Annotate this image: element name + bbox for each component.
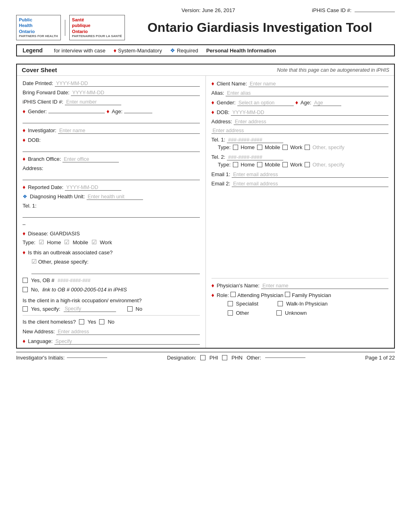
disease-value: GIARDIASIS xyxy=(50,231,80,237)
r-home1-label: Home xyxy=(241,144,255,150)
branch-office-input[interactable]: Enter office xyxy=(62,156,119,162)
no-link-checkbox[interactable] xyxy=(23,287,28,292)
yes-specify-checkbox[interactable] xyxy=(23,306,28,312)
r-dob-diamond: ♦ xyxy=(212,109,214,115)
reported-date-input[interactable]: YYYY-MM-DD xyxy=(65,185,121,191)
reported-diamond: ♦ xyxy=(23,184,25,190)
r-work2-checkbox[interactable] xyxy=(282,162,288,167)
alias-label: Alias: xyxy=(212,90,224,96)
r-dob-input[interactable]: YYYY-MM-DD xyxy=(231,110,388,116)
branch-diamond: ♦ xyxy=(23,156,25,162)
r-other1-label: Other, specify xyxy=(312,144,344,150)
tel1-row: Tel. 1: xyxy=(23,201,200,210)
r-mobile2-checkbox[interactable] xyxy=(257,162,262,167)
outbreak-diamond: ♦ xyxy=(23,249,25,256)
r-tel1-input[interactable]: ###-####-#### xyxy=(227,137,283,143)
designation-label: Designation: xyxy=(167,355,196,361)
r-tel1-row: Tel. 1: ###-####-#### xyxy=(212,135,389,144)
bring-forward-input[interactable]: YYYY-MM-DD xyxy=(71,90,199,96)
specify-input[interactable]: Specify xyxy=(64,306,116,312)
r-email1-row: Email 1: Enter email address xyxy=(212,169,389,179)
r-physician-input[interactable]: Enter name xyxy=(261,283,388,289)
reported-date-label: Reported Date: xyxy=(28,184,63,190)
investigator-input[interactable]: Enter name xyxy=(58,128,200,134)
r-tel2-input[interactable]: ###-####-#### xyxy=(227,154,283,160)
r-specialist-checkbox[interactable] xyxy=(228,301,233,306)
date-printed-input[interactable]: YYYY-MM-DD xyxy=(55,81,200,87)
r-family-checkbox[interactable] xyxy=(285,292,290,297)
dob-label: DOB: xyxy=(28,137,41,143)
r-gender-input[interactable]: Select an option xyxy=(237,100,294,106)
phn-checkbox[interactable] xyxy=(222,355,227,360)
r-divider xyxy=(212,278,389,278)
yes-specify-label: Yes, specify: xyxy=(31,306,60,312)
r-type1-label: Type: xyxy=(218,144,231,150)
tel1-label: Tel. 1: xyxy=(23,203,37,209)
r-specialist-row: Specialist Walk-In Physician xyxy=(212,299,389,308)
r-other-unknown-row: Other Unknown xyxy=(212,308,389,318)
r-email2-input[interactable]: Enter email address xyxy=(232,181,388,187)
gender-diamond: ♦ xyxy=(23,108,25,114)
r-address-input[interactable]: Enter address xyxy=(234,119,388,125)
no-short-checkbox[interactable] xyxy=(127,306,133,312)
legend-phi: Personal Health Information xyxy=(206,48,276,54)
yes-ob-checkbox[interactable] xyxy=(23,278,28,283)
r-walkin-checkbox[interactable] xyxy=(278,301,283,306)
r-email1-input[interactable]: Enter email address xyxy=(232,172,388,178)
type-home-label: Home xyxy=(47,239,61,245)
footer-right: Page 1 of 22 xyxy=(365,355,395,361)
r-other2-checkbox[interactable] xyxy=(305,162,310,167)
r-email1-label: Email 1: xyxy=(212,171,230,177)
type-mobile-label: Mobile xyxy=(73,239,88,245)
r-home2-checkbox[interactable] xyxy=(233,162,238,167)
r-work1-checkbox[interactable] xyxy=(282,145,288,150)
gender-label: Gender: xyxy=(28,108,47,114)
homeless-yes-checkbox[interactable] xyxy=(79,319,84,324)
logo-area: Public Health Ontario PARTNERS FOR HEALT… xyxy=(16,15,125,40)
col-left: Date Printed: YYYY-MM-DD Bring Forward D… xyxy=(17,76,206,348)
disease-row: ♦ Disease: GIARDIASIS xyxy=(23,228,200,237)
other-footer-input[interactable] xyxy=(265,357,305,358)
initials-input[interactable] xyxy=(67,357,107,358)
cover-sheet-section: Cover Sheet Note that this page can be a… xyxy=(16,64,395,349)
r-unknown-checkbox[interactable] xyxy=(276,310,282,316)
r-age-input[interactable]: Age xyxy=(313,100,341,106)
iphis-client-input[interactable]: Enter number xyxy=(65,99,121,105)
r-family-label: Family Physician xyxy=(292,292,331,298)
outbreak-label: Is this an outbreak associated case? xyxy=(28,249,112,256)
legend-required: ❖ Required xyxy=(170,47,198,54)
phi-checkbox[interactable] xyxy=(200,355,206,360)
r-tel2-row: Tel. 2: ###-####-#### xyxy=(212,152,389,161)
r-mobile1-checkbox[interactable] xyxy=(257,145,262,150)
client-name-input[interactable]: Enter name xyxy=(249,81,388,87)
r-other1-checkbox[interactable] xyxy=(305,145,310,150)
r-gender-label: Gender: xyxy=(217,100,236,106)
r-gender-age-row: ♦ Gender: Select an option ♦ Age: Age xyxy=(212,97,389,107)
type-home-icon: ☑ xyxy=(39,239,44,246)
r-dob-row: ♦ DOB: YYYY-MM-DD xyxy=(212,107,389,116)
phn-label: PHN xyxy=(231,355,242,361)
r-tel1-label: Tel. 1: xyxy=(212,137,226,143)
r-other-cb[interactable] xyxy=(228,310,233,316)
r-type2-row: Type: Home Mobile Work Other, specify xyxy=(212,161,389,169)
r-attending-checkbox[interactable] xyxy=(230,292,236,297)
language-input[interactable]: Specify xyxy=(54,339,200,345)
new-address-input[interactable]: Enter address xyxy=(56,329,199,335)
r-address2-input[interactable]: Enter address xyxy=(212,128,389,134)
type-work-icon: ☑ xyxy=(91,239,97,246)
homeless-no-checkbox[interactable] xyxy=(99,319,104,324)
r-dob-label: DOB: xyxy=(217,109,230,115)
investigator-diamond: ♦ xyxy=(23,127,25,133)
new-address-label: New Address: xyxy=(23,328,55,335)
gender-input[interactable] xyxy=(48,113,105,113)
age-input[interactable] xyxy=(124,113,152,113)
alias-input[interactable]: Enter alias xyxy=(226,90,388,96)
r-home1-checkbox[interactable] xyxy=(233,145,238,150)
r-attending-label: Attending Physician xyxy=(237,292,283,298)
gender-underline xyxy=(23,116,200,123)
diagnosing-hu-input[interactable]: Enter health unit xyxy=(87,194,143,200)
diagnosing-snowflake: ❖ xyxy=(23,193,27,200)
legend-bar: Legend for interview with case ♦ System-… xyxy=(16,44,395,56)
age-diamond: ♦ xyxy=(106,108,109,114)
ob-placeholder[interactable]: ####-####-### xyxy=(58,278,90,283)
